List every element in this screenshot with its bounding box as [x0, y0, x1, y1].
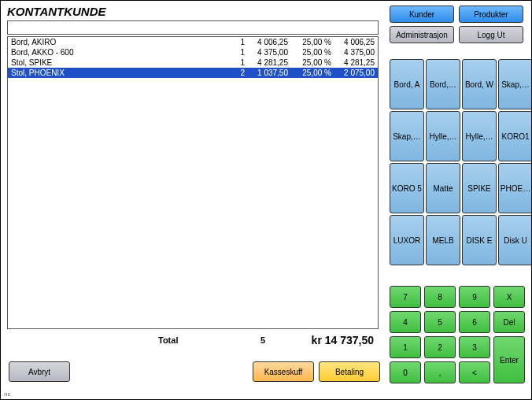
product-button[interactable]: MELB: [426, 215, 460, 265]
product-button[interactable]: Bord, A: [390, 59, 424, 109]
keypad-comma[interactable]: ,: [424, 361, 456, 383]
line-sum: 4 375,00: [331, 47, 375, 57]
line-vat: 25,00 %: [288, 47, 331, 57]
total-label: Total: [158, 335, 178, 345]
total-amount: kr 14 737,50: [312, 334, 374, 346]
product-button[interactable]: Hylle,…: [462, 111, 497, 161]
product-button[interactable]: DISK E: [462, 215, 497, 265]
product-button[interactable]: Bord,…: [426, 59, 460, 109]
product-button[interactable]: KORO1: [498, 111, 532, 161]
table-row[interactable]: Stol, PHOENIX21 037,5025,00 %2 075,00: [8, 68, 378, 78]
keypad-0[interactable]: 0: [390, 361, 421, 383]
betaling-button[interactable]: Betaling: [319, 361, 380, 382]
product-button[interactable]: Matte: [426, 163, 460, 213]
kasseskuff-button[interactable]: Kasseskuff: [253, 361, 314, 382]
table-row[interactable]: Bord, AKKO - 60014 375,0025,00 %4 375,00: [8, 47, 378, 57]
product-button[interactable]: LUXOR: [390, 215, 424, 265]
page-title: KONTANTKUNDE: [7, 5, 106, 18]
admin-button[interactable]: Administrasjon: [390, 26, 454, 43]
keypad-6[interactable]: 6: [459, 311, 490, 333]
line-price: 1 037,50: [245, 68, 288, 78]
keypad-x[interactable]: X: [493, 286, 525, 308]
line-price: 4 281,25: [245, 57, 288, 68]
keypad-5[interactable]: 5: [424, 311, 456, 333]
line-sum: 4 006,25: [331, 37, 375, 47]
product-button[interactable]: Skap,…: [498, 59, 532, 109]
total-qty: 5: [260, 335, 265, 345]
search-input[interactable]: [7, 20, 379, 35]
keypad-7[interactable]: 7: [390, 286, 421, 308]
product-button[interactable]: Skap,…: [390, 111, 424, 161]
product-button[interactable]: Disk U: [498, 215, 532, 265]
produkter-button[interactable]: Produkter: [459, 6, 523, 23]
keypad-back[interactable]: <: [459, 361, 490, 383]
line-sum: 4 281,25: [331, 57, 375, 68]
keypad-3[interactable]: 3: [459, 336, 490, 358]
product-button[interactable]: PHOE…: [498, 163, 532, 213]
line-qty: 1: [221, 37, 245, 47]
keypad-1[interactable]: 1: [390, 336, 421, 358]
table-row[interactable]: Stol, SPIKE14 281,2525,00 %4 281,25: [8, 57, 378, 68]
product-button[interactable]: Bord, W: [462, 59, 497, 109]
line-vat: 25,00 %: [288, 68, 331, 78]
product-button[interactable]: KORO 5: [390, 163, 424, 213]
line-qty: 1: [221, 47, 245, 57]
line-name: Stol, PHOENIX: [11, 68, 221, 78]
line-sum: 2 075,00: [331, 68, 375, 78]
line-qty: 2: [221, 68, 245, 78]
line-price: 4 006,25: [245, 37, 288, 47]
cancel-button[interactable]: Avbryt: [9, 361, 70, 382]
kunder-button[interactable]: Kunder: [390, 6, 454, 23]
keypad-9[interactable]: 9: [459, 286, 490, 308]
keypad-4[interactable]: 4: [390, 311, 421, 333]
keypad-8[interactable]: 8: [424, 286, 456, 308]
line-name: Bord, AKIRO: [11, 37, 221, 47]
status-text: nc: [4, 391, 10, 398]
logout-button[interactable]: Logg Ut: [459, 26, 523, 43]
line-vat: 25,00 %: [288, 37, 331, 47]
line-qty: 1: [221, 57, 245, 68]
line-price: 4 375,00: [245, 47, 288, 57]
table-row[interactable]: Bord, AKIRO14 006,2525,00 %4 006,25: [8, 37, 378, 47]
keypad-enter[interactable]: Enter: [493, 336, 525, 383]
product-button[interactable]: SPIKE: [462, 163, 497, 213]
line-vat: 25,00 %: [288, 57, 331, 68]
product-button[interactable]: Hylle,…: [426, 111, 460, 161]
line-name: Bord, AKKO - 600: [11, 47, 221, 57]
keypad-del[interactable]: Del: [493, 311, 525, 333]
line-list: Bord, AKIRO14 006,2525,00 %4 006,25Bord,…: [7, 36, 379, 329]
keypad-2[interactable]: 2: [424, 336, 456, 358]
line-name: Stol, SPIKE: [11, 57, 221, 68]
